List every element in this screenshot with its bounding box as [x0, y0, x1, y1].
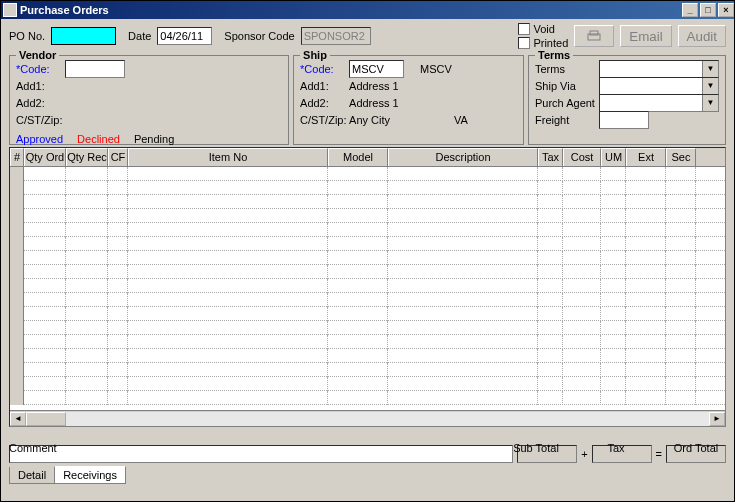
table-cell[interactable]	[108, 321, 128, 335]
table-cell[interactable]	[108, 307, 128, 321]
table-cell[interactable]	[10, 167, 24, 181]
table-cell[interactable]	[626, 321, 666, 335]
table-cell[interactable]	[601, 251, 626, 265]
col-um[interactable]: UM	[601, 148, 626, 166]
table-cell[interactable]	[328, 335, 388, 349]
void-checkbox[interactable]	[518, 23, 530, 35]
table-cell[interactable]	[24, 265, 66, 279]
table-cell[interactable]	[601, 195, 626, 209]
table-cell[interactable]	[108, 167, 128, 181]
table-row[interactable]	[10, 279, 725, 293]
close-button[interactable]: ×	[718, 3, 734, 17]
table-cell[interactable]	[128, 335, 328, 349]
col-itemno[interactable]: Item No	[128, 148, 328, 166]
table-cell[interactable]	[128, 293, 328, 307]
table-cell[interactable]	[108, 363, 128, 377]
po-no-input[interactable]	[51, 27, 116, 45]
table-cell[interactable]	[24, 321, 66, 335]
table-cell[interactable]	[666, 279, 696, 293]
table-cell[interactable]	[538, 251, 563, 265]
table-cell[interactable]	[601, 349, 626, 363]
table-cell[interactable]	[108, 209, 128, 223]
table-cell[interactable]	[24, 209, 66, 223]
table-cell[interactable]	[563, 335, 601, 349]
table-cell[interactable]	[10, 377, 24, 391]
table-cell[interactable]	[601, 167, 626, 181]
table-cell[interactable]	[328, 363, 388, 377]
table-cell[interactable]	[601, 223, 626, 237]
col-num[interactable]: #	[10, 148, 24, 166]
table-cell[interactable]	[328, 223, 388, 237]
table-cell[interactable]	[24, 293, 66, 307]
table-cell[interactable]	[666, 377, 696, 391]
table-cell[interactable]	[24, 223, 66, 237]
table-cell[interactable]	[128, 195, 328, 209]
table-cell[interactable]	[108, 223, 128, 237]
table-cell[interactable]	[108, 279, 128, 293]
comment-input[interactable]	[9, 445, 513, 463]
table-cell[interactable]	[66, 293, 108, 307]
table-cell[interactable]	[601, 209, 626, 223]
table-cell[interactable]	[66, 251, 108, 265]
table-cell[interactable]	[538, 279, 563, 293]
table-cell[interactable]	[666, 237, 696, 251]
col-qtyrec[interactable]: Qty Rec	[66, 148, 108, 166]
table-cell[interactable]	[108, 391, 128, 405]
table-cell[interactable]	[24, 391, 66, 405]
table-cell[interactable]	[66, 209, 108, 223]
table-row[interactable]	[10, 251, 725, 265]
table-cell[interactable]	[538, 209, 563, 223]
maximize-button[interactable]: □	[700, 3, 716, 17]
table-cell[interactable]	[128, 223, 328, 237]
table-cell[interactable]	[24, 195, 66, 209]
table-cell[interactable]	[328, 195, 388, 209]
table-cell[interactable]	[666, 391, 696, 405]
table-cell[interactable]	[66, 195, 108, 209]
table-cell[interactable]	[66, 391, 108, 405]
table-cell[interactable]	[538, 223, 563, 237]
table-cell[interactable]	[388, 321, 538, 335]
table-cell[interactable]	[128, 307, 328, 321]
table-cell[interactable]	[388, 209, 538, 223]
table-cell[interactable]	[108, 335, 128, 349]
table-cell[interactable]	[538, 307, 563, 321]
table-cell[interactable]	[626, 293, 666, 307]
table-cell[interactable]	[563, 167, 601, 181]
table-cell[interactable]	[563, 265, 601, 279]
table-cell[interactable]	[328, 293, 388, 307]
table-cell[interactable]	[10, 321, 24, 335]
table-cell[interactable]	[66, 167, 108, 181]
table-cell[interactable]	[601, 307, 626, 321]
ship-code-input[interactable]	[349, 60, 404, 78]
table-cell[interactable]	[666, 209, 696, 223]
table-cell[interactable]	[328, 391, 388, 405]
audit-button[interactable]: Audit	[678, 25, 726, 47]
table-cell[interactable]	[563, 391, 601, 405]
table-cell[interactable]	[328, 181, 388, 195]
table-cell[interactable]	[128, 237, 328, 251]
tab-detail[interactable]: Detail	[9, 467, 55, 484]
table-cell[interactable]	[388, 377, 538, 391]
table-cell[interactable]	[538, 167, 563, 181]
table-cell[interactable]	[626, 223, 666, 237]
table-cell[interactable]	[128, 363, 328, 377]
col-qtyord[interactable]: Qty Ord	[24, 148, 66, 166]
scroll-track[interactable]	[26, 412, 709, 426]
table-cell[interactable]	[388, 237, 538, 251]
table-cell[interactable]	[666, 307, 696, 321]
table-cell[interactable]	[66, 279, 108, 293]
table-cell[interactable]	[538, 377, 563, 391]
table-cell[interactable]	[666, 251, 696, 265]
table-row[interactable]	[10, 391, 725, 405]
table-cell[interactable]	[10, 195, 24, 209]
table-cell[interactable]	[563, 321, 601, 335]
table-cell[interactable]	[538, 321, 563, 335]
table-cell[interactable]	[601, 377, 626, 391]
col-cost[interactable]: Cost	[563, 148, 601, 166]
table-cell[interactable]	[328, 321, 388, 335]
table-cell[interactable]	[24, 279, 66, 293]
vendor-code-input[interactable]	[65, 60, 125, 78]
table-cell[interactable]	[66, 307, 108, 321]
table-cell[interactable]	[563, 195, 601, 209]
table-cell[interactable]	[626, 335, 666, 349]
